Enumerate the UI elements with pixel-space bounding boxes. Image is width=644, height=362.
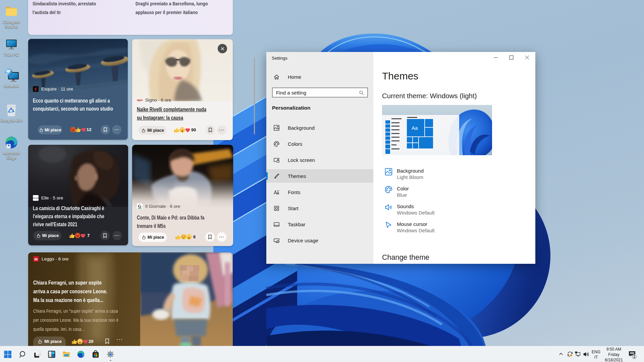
- svg-text:1: 1: [633, 354, 636, 359]
- svg-text:Aa: Aa: [412, 125, 418, 131]
